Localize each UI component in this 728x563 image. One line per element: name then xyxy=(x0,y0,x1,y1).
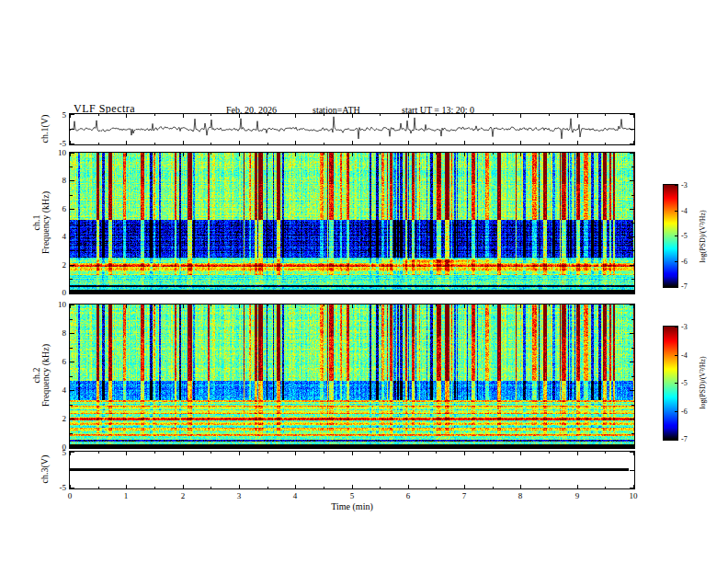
y-axis-frequency-label-ch2: Frequency (kHz) xyxy=(41,344,51,407)
colorbar-ch1-canvas xyxy=(664,185,677,287)
ch1-waveform-canvas xyxy=(70,114,634,144)
y-tick-label: 4 xyxy=(63,385,67,395)
colorbar-tick-label: -7 xyxy=(681,435,688,443)
y-tick-label: 2 xyxy=(63,414,67,423)
panel-ch1-spectrogram xyxy=(69,152,635,294)
x-tick-label: 5 xyxy=(350,491,355,500)
x-tick-label: 1 xyxy=(124,491,129,500)
colorbar-ch2-label: log(PSD)/(V²/Hz) xyxy=(699,356,707,409)
colorbar-ch1 xyxy=(663,184,678,288)
x-tick-label: 10 xyxy=(630,491,638,500)
colorbar-tick-label: -6 xyxy=(681,408,688,416)
y-axis-frequency-label-ch1: Frequency (kHz) xyxy=(41,191,51,254)
colorbar-tick-label: -4 xyxy=(681,351,688,360)
y-axis-label-ch1-waveform: ch.1(V) xyxy=(40,115,50,144)
x-tick-label: 4 xyxy=(293,491,298,500)
y-tick-label: 5 xyxy=(63,448,67,457)
colorbar-tick-label: -3 xyxy=(681,181,688,190)
x-tick-label: 8 xyxy=(518,491,523,500)
y-axis-label-ch1-spectrogram: ch.1 Frequency (kHz) xyxy=(32,191,51,254)
y-tick-label: 8 xyxy=(63,176,67,185)
vlf-spectra-figure: VLF Spectra Feb. 20, 2026 station=ATH st… xyxy=(0,0,728,563)
colorbar-tick-label: -3 xyxy=(681,323,688,331)
x-tick-label: 0 xyxy=(68,491,73,500)
colorbar-tick-label: -6 xyxy=(681,258,688,266)
panel-ch1-waveform xyxy=(69,113,635,145)
y-tick-label: 6 xyxy=(63,204,67,213)
y-tick-label: 0 xyxy=(63,288,67,297)
ch2-spectrogram-canvas xyxy=(70,304,634,448)
x-tick-label: 2 xyxy=(181,491,186,500)
x-tick-label: 6 xyxy=(406,491,411,500)
x-tick-label: 7 xyxy=(462,491,467,500)
x-tick-label: 3 xyxy=(237,491,242,500)
y-tick-label: 10 xyxy=(58,148,66,157)
ch1-spectrogram-canvas xyxy=(70,153,634,293)
colorbar-tick-label: -5 xyxy=(681,232,688,240)
y-tick-label: 6 xyxy=(63,357,67,366)
y-tick-label: 10 xyxy=(58,300,66,309)
y-tick-label: 2 xyxy=(63,260,67,270)
y-tick-label: 4 xyxy=(63,232,67,241)
colorbar-ch1-label: log(PSD)/(V²/Hz) xyxy=(699,210,707,263)
y-axis-label-ch3-waveform: ch.3(V) xyxy=(40,455,50,484)
panel-ch3-waveform xyxy=(69,451,635,489)
colorbar-tick-label: -4 xyxy=(681,207,688,215)
y-tick-label: 8 xyxy=(63,328,67,338)
colorbar-ch2-canvas xyxy=(664,327,677,440)
y-tick-label: 5 xyxy=(63,110,67,120)
x-axis-label: Time (min) xyxy=(331,501,372,511)
y-tick-label: -5 xyxy=(60,483,67,492)
ch3-waveform-canvas xyxy=(70,452,634,488)
x-tick-label: 9 xyxy=(575,491,580,500)
colorbar-ch2 xyxy=(663,326,678,441)
y-tick-label: -5 xyxy=(60,139,67,148)
colorbar-tick-label: -5 xyxy=(681,379,688,387)
colorbar-tick-label: -7 xyxy=(681,282,688,291)
y-axis-label-ch2-spectrogram: ch.2 Frequency (kHz) xyxy=(32,344,51,407)
panel-ch2-spectrogram xyxy=(69,304,635,449)
